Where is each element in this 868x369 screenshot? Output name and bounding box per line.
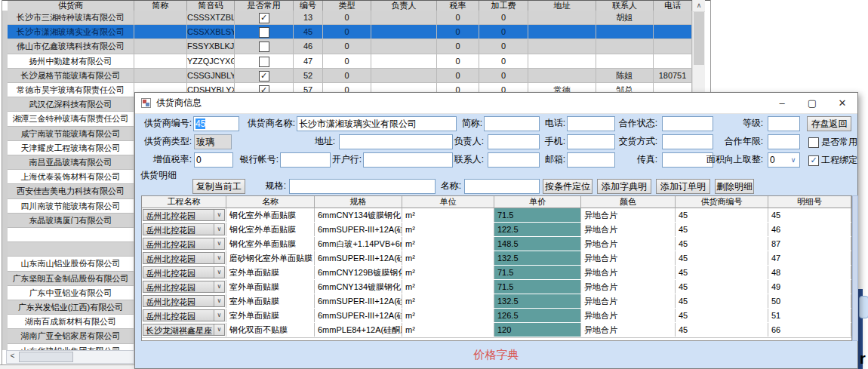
project-combobox[interactable]: 岳州北控花园∨: [143, 209, 225, 221]
scrollbar-thumb[interactable]: [694, 12, 704, 65]
name-filter-input[interactable]: [464, 179, 540, 194]
is-common-checkbox[interactable]: ✓: [235, 11, 294, 24]
phone-input[interactable]: [567, 116, 615, 131]
chevron-down-icon[interactable]: ∨: [214, 210, 224, 220]
detail-column-header[interactable]: 规格: [315, 196, 402, 208]
column-header[interactable]: 是否常用: [235, 1, 294, 11]
project-combobox[interactable]: 岳州北控花园∨: [143, 309, 225, 321]
dialog-titlebar[interactable]: 供货商信息 – ▢ ✕: [135, 93, 857, 114]
chevron-down-icon[interactable]: ∨: [214, 310, 224, 321]
detail-column-header[interactable]: 供货商编号: [676, 196, 768, 208]
project-combobox-cell[interactable]: 岳州北控花园∨: [142, 294, 226, 308]
project-combobox[interactable]: 岳州北控花园∨: [143, 295, 225, 307]
chevron-down-icon[interactable]: ∨: [214, 324, 224, 335]
detail-row[interactable]: 岳州北控花园∨室外单面贴膜6mmSUPER-III+12A(硅...m²126.…: [142, 309, 851, 324]
scroll-left-icon[interactable]: <: [7, 351, 18, 361]
suppliers-horizontal-scrollbar[interactable]: <: [6, 350, 134, 364]
coop-status-input[interactable]: [662, 116, 713, 131]
supplier-type-input[interactable]: 玻璃: [194, 134, 232, 149]
project-combobox-cell[interactable]: 岳州北控花园∨: [142, 280, 226, 294]
project-combobox-cell[interactable]: 岳州北控花园∨: [142, 309, 226, 322]
project-combobox-cell[interactable]: 岳州北控花园∨: [142, 223, 226, 236]
mobile-input[interactable]: [567, 134, 615, 149]
is-common-checkbox[interactable]: [235, 54, 294, 68]
project-combobox-cell[interactable]: 长沙龙湖祺鑫星座∨: [142, 323, 226, 337]
spec-filter-input[interactable]: [289, 179, 436, 194]
close-button[interactable]: ✕: [827, 93, 857, 113]
add-order-detail-button[interactable]: 添加订单明细: [656, 179, 710, 194]
chevron-down-icon[interactable]: ∨: [788, 154, 799, 166]
column-header[interactable]: 类型: [323, 1, 371, 11]
project-combobox[interactable]: 岳州北控花园∨: [143, 238, 225, 250]
is-common-checkbox[interactable]: 是否常用: [808, 136, 857, 148]
scroll-up-icon[interactable]: ∧: [693, 0, 705, 12]
chevron-down-icon[interactable]: ∨: [214, 267, 224, 278]
column-header[interactable]: 简称: [134, 1, 187, 11]
detail-column-header[interactable]: 单价: [494, 196, 581, 208]
delete-detail-button[interactable]: 删除明细: [715, 179, 754, 194]
project-combobox-cell[interactable]: 岳州北控花园∨: [142, 208, 226, 222]
detail-row[interactable]: 岳州北控花园∨室外单面贴膜6mmSUPER-III+12A(硅...m²132.…: [142, 294, 851, 309]
project-combobox[interactable]: 岳州北控花园∨: [143, 281, 225, 293]
minimize-button[interactable]: –: [767, 93, 797, 113]
scrollbar-thumb[interactable]: [19, 352, 73, 362]
locate-by-condition-button[interactable]: 按条件定位: [543, 179, 593, 194]
detail-column-header[interactable]: 名称: [226, 196, 315, 208]
contact-input[interactable]: [488, 152, 540, 168]
maximize-button[interactable]: ▢: [797, 93, 827, 113]
project-combobox[interactable]: 岳州北控花园∨: [143, 266, 225, 278]
manager-input[interactable]: [488, 134, 540, 149]
column-header[interactable]: 负责人: [371, 1, 437, 11]
column-header[interactable]: 税率: [437, 1, 479, 11]
project-bind-checkbox[interactable]: ✓工程绑定: [808, 154, 857, 166]
detail-column-header[interactable]: 颜色: [581, 196, 676, 208]
is-common-checkbox[interactable]: [235, 25, 294, 38]
detail-grid-scrollbar[interactable]: [852, 195, 858, 341]
detail-column-header[interactable]: 单位: [402, 196, 494, 208]
column-header[interactable]: 地址: [528, 1, 596, 11]
detail-column-header[interactable]: 工程名称: [142, 196, 226, 208]
delivery-method-input[interactable]: [662, 134, 713, 149]
copy-current-project-button[interactable]: 复制当前工程: [192, 179, 245, 194]
detail-row[interactable]: 长沙龙湖祺鑫星座∨钢化双面不贴膜6mmPLE84+12A(硅酮胶...m²120…: [142, 323, 851, 338]
is-common-checkbox[interactable]: [235, 39, 294, 53]
grade-input[interactable]: [768, 116, 800, 131]
column-header[interactable]: 电话: [654, 1, 692, 11]
is-common-checkbox[interactable]: ✓: [235, 69, 294, 82]
supplier-row[interactable]: 长沙晟格节能玻璃有限公司CSSGJNBLYXGS✓52000陈姐180751: [8, 69, 692, 83]
column-header[interactable]: 供货商: [8, 1, 134, 11]
bank-account-input[interactable]: [280, 152, 331, 168]
chevron-down-icon[interactable]: ∨: [214, 224, 224, 235]
supplier-name-input[interactable]: 长沙市潇湘玻璃实业有限公司: [297, 116, 457, 131]
detail-row[interactable]: 岳州北控花园∨磨砂钢化室外单面贴膜6mmSUPER-III+12A(硅...m²…: [142, 251, 851, 266]
project-combobox-cell[interactable]: 岳州北控花园∨: [142, 237, 226, 251]
coop-years-input[interactable]: [768, 134, 800, 149]
project-combobox[interactable]: 岳州北控花园∨: [143, 223, 225, 235]
chevron-down-icon[interactable]: ∨: [214, 238, 224, 249]
project-combobox[interactable]: 长沙龙湖祺鑫星座∨: [143, 324, 225, 336]
chevron-down-icon[interactable]: ∨: [214, 253, 224, 263]
supplier-row[interactable]: 佛山市亿鑫玻璃科技有限公司FSSYXBLKJ...46000: [8, 39, 692, 54]
project-combobox[interactable]: 岳州北控花园∨: [143, 252, 225, 264]
column-header[interactable]: 编号: [294, 1, 323, 11]
chevron-down-icon[interactable]: ∨: [214, 281, 224, 292]
project-combobox-cell[interactable]: 岳州北控花园∨: [142, 266, 226, 279]
detail-row[interactable]: 岳州北控花园∨钢化室外单面贴膜6mm白玻+1.14PVB+6mm...m²148…: [142, 237, 851, 252]
short-name-input[interactable]: [484, 116, 540, 131]
address-input[interactable]: [339, 134, 453, 149]
project-combobox-cell[interactable]: 岳州北控花园∨: [142, 251, 226, 265]
vat-rate-input[interactable]: 0: [194, 152, 233, 168]
area-round-up-input[interactable]: 0∨: [768, 152, 800, 168]
email-input[interactable]: [567, 152, 615, 168]
detail-row[interactable]: 岳州北控花园∨室外单面贴膜6mmCNY129B镀膜钢化m²71.5异地合片454…: [142, 266, 851, 281]
edge-scrollbar-thumb[interactable]: [859, 296, 868, 318]
detail-column-header[interactable]: 明细号: [768, 196, 851, 208]
chevron-down-icon[interactable]: ∨: [214, 296, 224, 306]
supplier-row[interactable]: 长沙市潇湘玻璃实业有限公司CSSXXBLSY...45000: [8, 25, 692, 39]
column-header[interactable]: 简音码: [187, 1, 235, 11]
column-header[interactable]: 加工费: [479, 1, 528, 11]
supplier-row[interactable]: 长沙市三湘特种玻璃有限公司CSSSXTZBL...✓13000胡姐: [8, 11, 692, 25]
detail-row[interactable]: 岳州北控花园∨室外单面贴膜6mmCNY134镀膜钢化m²71.5异地合片4549: [142, 280, 851, 295]
column-header[interactable]: 联系人: [596, 1, 654, 11]
detail-row[interactable]: 岳州北控花园∨钢化室外单面贴膜6mmSUPER-III+12A(硅...m²12…: [142, 223, 851, 238]
